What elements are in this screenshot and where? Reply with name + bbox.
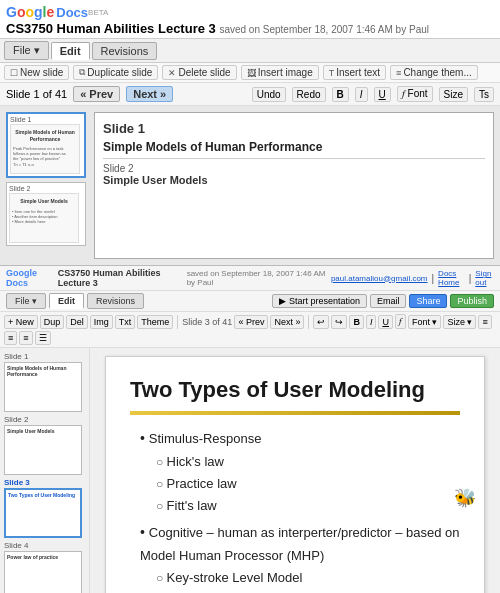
panel-slide-2-label: Slide 2 [4, 415, 85, 424]
editor-underline[interactable]: U [378, 315, 393, 329]
editor-text[interactable]: Txt [115, 315, 136, 329]
bullet-cognitive: Cognitive – human as interperter/predict… [140, 521, 460, 567]
slide-thumb-2[interactable]: Slide 2 Simple User Models • Item one fo… [6, 182, 86, 246]
slide-2-title: Simple User Models [103, 174, 485, 186]
action-bar: ☐ New slide ⧉ Duplicate slide ✕ Delete s… [0, 63, 500, 83]
editor-doc-title: CS3750 Human Abilities Lecture 3 [58, 268, 183, 288]
redo-button[interactable]: Redo [292, 87, 326, 102]
editor-new-slide[interactable]: + New [4, 315, 38, 329]
prev-slide-button[interactable]: « Prev [73, 86, 120, 102]
underline-button[interactable]: U [374, 87, 391, 102]
publish-button[interactable]: Publish [450, 294, 494, 308]
panel-slide-3[interactable]: Slide 3 Two Types of User Modeling [4, 478, 85, 538]
share-button[interactable]: Share [409, 294, 447, 308]
editor-tab-revisions[interactable]: Revisions [87, 293, 144, 309]
insert-text-button[interactable]: T Insert text [323, 65, 386, 80]
editor-bold[interactable]: B [349, 315, 364, 329]
tab-edit[interactable]: Edit [51, 42, 90, 60]
slide-thumb-2-image: Simple User Models • Item one for the mo… [9, 193, 79, 243]
editor-duplicate[interactable]: Dup [40, 315, 65, 329]
editor-action-row: File ▾ Edit Revisions ▶ Start presentati… [0, 291, 500, 312]
slide-preview-area: Slide 1 Simple Models of HumanPerformanc… [0, 106, 500, 266]
new-slide-button[interactable]: ☐ New slide [4, 65, 69, 80]
email-button[interactable]: Email [370, 294, 407, 308]
editor-logo: Google Docs [6, 268, 54, 288]
editor-list[interactable]: ☰ [35, 331, 51, 345]
tab-file[interactable]: File ▾ [4, 41, 49, 60]
presentation-slide-title: Two Types of User Modeling [130, 377, 460, 403]
bold-button[interactable]: B [332, 87, 349, 102]
bullet-keystroke: Key-stroke Level Model [156, 567, 460, 589]
font-button[interactable]: 𝑓 Font [397, 86, 433, 102]
panel-slide-2[interactable]: Slide 2 Simple User Models [4, 415, 85, 475]
panel-slide-4[interactable]: Slide 4 Power law of practice [4, 541, 85, 593]
undo-button[interactable]: Undo [252, 87, 286, 102]
panel-slide-3-thumb: Two Types of User Modeling [4, 488, 82, 538]
tab-revisions[interactable]: Revisions [92, 42, 158, 60]
duplicate-slide-button[interactable]: ⧉ Duplicate slide [73, 65, 158, 80]
editor-redo[interactable]: ↪ [331, 315, 347, 329]
panel-slide-4-label: Slide 4 [4, 541, 85, 550]
new-slide-icon: ☐ [10, 68, 18, 78]
editor-font-dropdown[interactable]: Font ▾ [408, 315, 442, 329]
docs-wordmark: Docs [56, 5, 88, 20]
insert-image-button[interactable]: 🖼 Insert image [241, 65, 319, 80]
change-theme-button[interactable]: ≡ Change them... [390, 65, 478, 80]
tab-row: File ▾ Edit Revisions [0, 39, 500, 63]
google-docs-logo: Google Docs BETA [6, 4, 494, 20]
editor-saved-text: saved on September 18, 2007 1:46 AM by P… [187, 269, 331, 287]
text-format-button[interactable]: Ts [474, 87, 494, 102]
editor-slide-info: Slide 3 of 41 [182, 317, 232, 327]
italic-button[interactable]: I [355, 87, 368, 102]
editor-delete[interactable]: Del [66, 315, 88, 329]
editor-header: Google Docs CS3750 Human Abilities Lectu… [0, 266, 500, 291]
slide-thumb-1[interactable]: Slide 1 Simple Models of HumanPerformanc… [6, 112, 86, 178]
editor-align-center[interactable]: ≡ [4, 331, 17, 345]
editor-toolbar: + New Dup Del Img Txt Theme Slide 3 of 4… [0, 312, 500, 348]
main-slide-heading: Simple Models of Human Performance [103, 140, 485, 154]
panel-slide-1-thumb: Simple Models of Human Performance [4, 362, 82, 412]
editor-tab-file[interactable]: File ▾ [6, 293, 46, 309]
slide-nav-bar: Slide 1 of 41 « Prev Next » Undo Redo B … [0, 83, 500, 106]
slide-thumb-2-label: Slide 2 [9, 185, 83, 192]
start-presentation-button[interactable]: ▶ Start presentation [272, 294, 367, 308]
editor-img[interactable]: Img [90, 315, 113, 329]
docs-home-link[interactable]: Docs Home [438, 269, 465, 287]
slide-panel-list: Slide 1 Simple Models of Human Performan… [0, 348, 90, 593]
logo-bar: Google Docs BETA CS3750 Human Abilities … [0, 0, 500, 39]
editor-align-left[interactable]: ≡ [478, 315, 491, 329]
slide-counter: Slide 1 of 41 [6, 88, 67, 100]
bullet-list-1-subs: Hick's law Practice law Fitt's law [156, 451, 460, 517]
editor-font-style[interactable]: 𝑓 [395, 314, 406, 329]
bullet-practice-law: Practice law [156, 473, 460, 495]
sign-out-link[interactable]: Sign out [475, 269, 494, 287]
editor-align-right[interactable]: ≡ [19, 331, 32, 345]
text-icon: T [329, 68, 335, 78]
bullet-list-2-sub1-subs: Low-level, simple [170, 589, 460, 593]
editor-action-left: File ▾ Edit Revisions [6, 293, 144, 309]
editor-theme[interactable]: Theme [137, 315, 173, 329]
document-title: CS3750 Human Abilities Lecture 3 saved o… [6, 21, 494, 36]
editor-section: Google Docs CS3750 Human Abilities Lectu… [0, 266, 500, 593]
panel-slide-1-label: Slide 1 [4, 352, 85, 361]
editor-header-right: paul.atamaliou@gmail.com | Docs Home | S… [331, 269, 494, 287]
email-link[interactable]: paul.atamaliou@gmail.com [331, 274, 428, 283]
title-underline [130, 411, 460, 415]
editor-prev[interactable]: « Prev [234, 315, 268, 329]
image-icon: 🖼 [247, 68, 256, 78]
editor-tab-edit[interactable]: Edit [49, 293, 84, 309]
editor-italic[interactable]: I [366, 315, 377, 329]
next-slide-button[interactable]: Next » [126, 86, 173, 102]
editor-size-dropdown[interactable]: Size ▾ [443, 315, 476, 329]
editor-next[interactable]: Next » [270, 315, 304, 329]
panel-slide-3-label: Slide 3 [4, 478, 85, 487]
toolbar-separator-1 [177, 315, 178, 329]
editor-undo[interactable]: ↩ [313, 315, 329, 329]
slide-thumb-1-image: Simple Models of HumanPerformance Peak P… [10, 124, 80, 174]
panel-slide-1[interactable]: Slide 1 Simple Models of Human Performan… [4, 352, 85, 412]
bullet-hicks-law: Hick's law [156, 451, 460, 473]
size-button[interactable]: Size [439, 87, 468, 102]
slide-thumb-1-label: Slide 1 [10, 116, 82, 123]
delete-slide-button[interactable]: ✕ Delete slide [162, 65, 236, 80]
top-section: Google Docs BETA CS3750 Human Abilities … [0, 0, 500, 266]
